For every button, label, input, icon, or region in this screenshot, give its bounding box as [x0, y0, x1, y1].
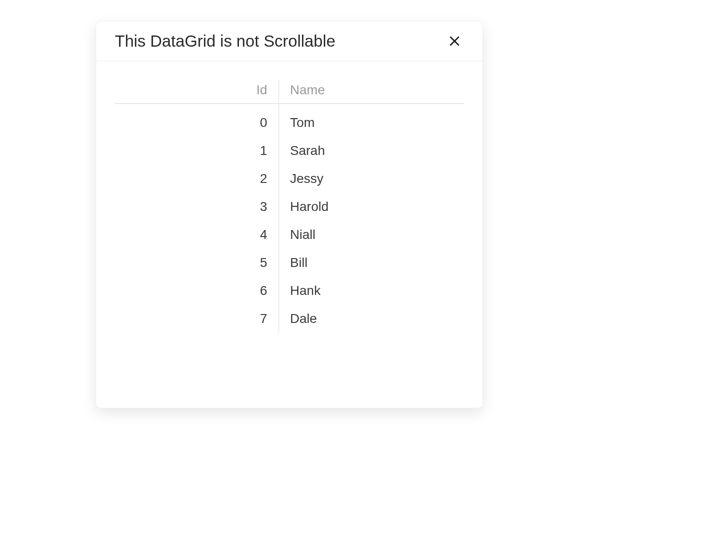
- dialog-body: Id Name 0Tom1Sarah2Jessy3Harold4Niall5Bi…: [96, 61, 483, 401]
- table-row[interactable]: 0Tom: [115, 104, 464, 137]
- column-header-id[interactable]: Id: [115, 80, 279, 103]
- table-row[interactable]: 1Sarah: [115, 137, 464, 165]
- close-icon: [448, 35, 461, 48]
- grid-header-row: Id Name: [115, 80, 464, 104]
- cell-id: 7: [115, 305, 279, 333]
- cell-name: Tom: [279, 104, 464, 137]
- table-row[interactable]: 3Harold: [115, 193, 464, 221]
- dialog: This DataGrid is not Scrollable Id Name …: [96, 21, 483, 408]
- dialog-title: This DataGrid is not Scrollable: [115, 32, 336, 50]
- cell-name: Jessy: [279, 165, 464, 193]
- close-button[interactable]: [445, 32, 464, 50]
- cell-id: 6: [115, 277, 279, 305]
- cell-id: 2: [115, 165, 279, 193]
- table-row[interactable]: 2Jessy: [115, 165, 464, 193]
- table-row[interactable]: 7Dale: [115, 305, 464, 333]
- grid-body: 0Tom1Sarah2Jessy3Harold4Niall5Bill6Hank7…: [115, 104, 464, 333]
- table-row[interactable]: 5Bill: [115, 249, 464, 277]
- cell-name: Sarah: [279, 137, 464, 165]
- cell-id: 1: [115, 137, 279, 165]
- table-row[interactable]: 6Hank: [115, 277, 464, 305]
- cell-id: 5: [115, 249, 279, 277]
- cell-id: 3: [115, 193, 279, 221]
- cell-name: Niall: [279, 221, 464, 249]
- cell-name: Bill: [279, 249, 464, 277]
- column-header-name[interactable]: Name: [279, 80, 464, 103]
- data-grid: Id Name 0Tom1Sarah2Jessy3Harold4Niall5Bi…: [115, 80, 464, 333]
- table-row[interactable]: 4Niall: [115, 221, 464, 249]
- cell-name: Dale: [279, 305, 464, 333]
- cell-name: Harold: [279, 193, 464, 221]
- dialog-header: This DataGrid is not Scrollable: [96, 21, 483, 61]
- cell-name: Hank: [279, 277, 464, 305]
- cell-id: 4: [115, 221, 279, 249]
- cell-id: 0: [115, 104, 279, 137]
